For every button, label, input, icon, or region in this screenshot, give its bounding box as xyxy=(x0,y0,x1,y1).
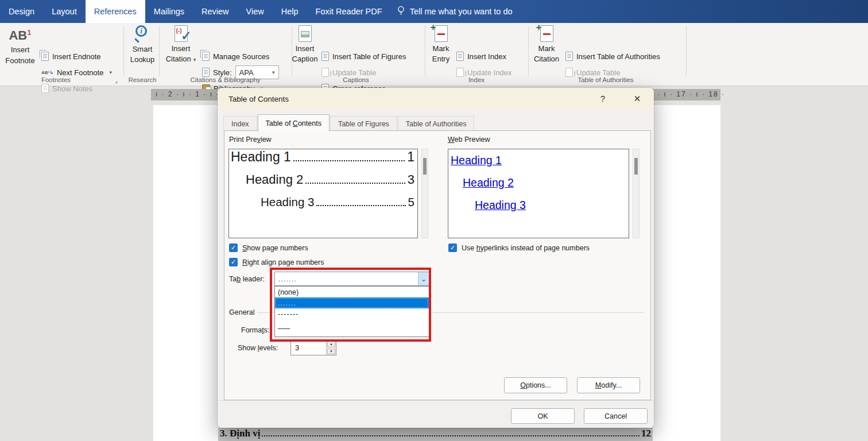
web-preview-scrollbar[interactable] xyxy=(633,149,640,238)
insert-table-of-figures-button[interactable]: Insert Table of Figures xyxy=(321,48,406,64)
toc-leader-dots xyxy=(262,435,640,436)
style-icon xyxy=(202,68,210,77)
web-preview-entry: Heading 3 xyxy=(448,194,629,216)
research-group-label: Research xyxy=(126,76,159,84)
tab-foxit-reader-pdf[interactable]: Foxit Reader PDF xyxy=(307,0,391,23)
insert-table-of-figures-icon xyxy=(321,52,329,61)
insert-citation-button[interactable]: (-) ✓ InsertCitation▾ xyxy=(162,25,199,64)
word-window: Design Layout References Mailings Review… xyxy=(0,0,868,441)
tab-leader-option-dots[interactable]: ....... xyxy=(275,297,429,308)
print-preview-box: Heading 11 Heading 23 Heading 35 xyxy=(228,149,418,238)
tab-design[interactable]: Design xyxy=(0,0,43,23)
manage-sources-icon xyxy=(202,52,210,61)
next-footnote-icon: AB¹↳ xyxy=(41,70,53,75)
insert-footnote-button[interactable]: AB1 InsertFootnote xyxy=(1,25,39,66)
combobox-dropdown-button[interactable]: ⌄ xyxy=(418,272,429,285)
ok-button[interactable]: OK xyxy=(511,408,575,424)
citations-group-label: Citations & Bibliography xyxy=(172,76,278,84)
dialog-title-bar[interactable]: Table of Contents xyxy=(218,88,654,110)
dialog-tab-page: Print Preview Heading 11 Heading 23 Head… xyxy=(224,130,651,400)
options-button[interactable]: Options... xyxy=(504,377,567,393)
scrollbar-thumb[interactable] xyxy=(634,158,638,175)
tab-help[interactable]: Help xyxy=(273,0,307,23)
dialog-help-button[interactable]: ? xyxy=(594,94,611,103)
show-page-numbers-row: ✓ Show page numbers xyxy=(229,243,308,252)
insert-index-button[interactable]: Insert Index xyxy=(456,48,512,64)
chevron-down-icon: ⌄ xyxy=(421,275,427,283)
ruler-left-marks: ı · 2 · ı · 1 · ı · xyxy=(156,90,219,98)
mark-citation-button[interactable]: + MarkCitation xyxy=(530,25,563,64)
footnote-ab1-icon: AB1 xyxy=(9,25,31,43)
insert-endnote-icon xyxy=(41,52,49,61)
dialog-tab-table-of-figures[interactable]: Table of Figures xyxy=(330,116,397,131)
insert-citation-icon: (-) ✓ xyxy=(175,25,188,42)
manage-sources-button[interactable]: Manage Sources xyxy=(202,48,279,64)
tab-layout[interactable]: Layout xyxy=(43,0,86,23)
use-hyperlinks-row: ✓ Use hyperlinks instead of page numbers xyxy=(448,243,590,252)
group-separator xyxy=(425,26,425,76)
group-separator xyxy=(159,26,160,76)
dialog-tab-table-of-authorities[interactable]: Table of Authorities xyxy=(398,116,475,131)
dialog-tab-table-of-contents[interactable]: Table of Contents xyxy=(258,114,330,131)
web-preview-entry: Heading 1 xyxy=(448,149,629,172)
insert-endnote-button[interactable]: Insert Endnote xyxy=(41,48,112,64)
smart-lookup-button[interactable]: i SmartLookup xyxy=(126,25,159,65)
tell-me-box[interactable]: Tell me what you want to do xyxy=(391,0,518,23)
tab-leader-option-dashes[interactable]: ------- xyxy=(275,308,429,319)
web-preview-entry: Heading 2 xyxy=(448,172,629,194)
right-align-row: ✓ Right align page numbers xyxy=(229,258,324,266)
right-align-label: Right align page numbers xyxy=(242,258,324,266)
update-index-icon xyxy=(456,68,464,77)
insert-table-of-authorities-icon xyxy=(565,52,573,61)
print-preview-scrollbar[interactable] xyxy=(421,149,428,238)
print-preview-entry: Heading 11 xyxy=(229,149,417,172)
insert-caption-button[interactable]: InsertCaption xyxy=(290,25,319,64)
general-group-label: General xyxy=(229,308,254,316)
tab-leader-option-none[interactable]: (none) xyxy=(275,287,429,297)
modify-button[interactable]: Modify... xyxy=(577,377,640,393)
print-preview-label: Print Preview xyxy=(229,136,272,144)
captions-group-label: Captions xyxy=(321,76,390,84)
document-toc-entry[interactable]: 3. Định vị 12 xyxy=(218,428,653,441)
tab-review[interactable]: Review xyxy=(193,0,238,23)
spinner-down-button[interactable]: ▼ xyxy=(327,349,335,355)
tab-leader-option-underscore[interactable]: ___ xyxy=(275,319,429,330)
dialog-close-button[interactable]: ✕ xyxy=(629,94,646,104)
group-separator xyxy=(123,26,124,76)
show-page-numbers-checkbox[interactable]: ✓ xyxy=(229,243,238,252)
mark-entry-button[interactable]: + MarkEntry xyxy=(427,25,455,64)
footnotes-dialog-launcher[interactable]: ⌟ xyxy=(115,77,118,84)
scrollbar-thumb[interactable] xyxy=(423,158,427,175)
toc-entry-page: 12 xyxy=(641,428,651,439)
show-levels-input[interactable]: 3 xyxy=(291,341,326,355)
right-align-checkbox[interactable]: ✓ xyxy=(229,258,238,266)
tab-view[interactable]: View xyxy=(238,0,273,23)
use-hyperlinks-checkbox[interactable]: ✓ xyxy=(448,243,457,252)
tab-leader-value: ....... xyxy=(275,272,418,285)
show-levels-spinner: 3 ▲ ▼ xyxy=(290,340,336,355)
print-preview-entry: Heading 35 xyxy=(229,195,417,218)
print-preview-entry: Heading 23 xyxy=(229,172,417,195)
ruler-right-marks: · ı · 17 · ı · 18 · xyxy=(657,90,725,98)
tab-mailings[interactable]: Mailings xyxy=(145,0,193,23)
tab-leader-label: Tab leader: xyxy=(229,275,265,283)
lightbulb-icon xyxy=(397,6,405,17)
smart-lookup-icon: i xyxy=(134,25,151,42)
index-group-label: Index xyxy=(448,76,505,84)
web-preview-box: Heading 1 Heading 2 Heading 3 xyxy=(448,149,629,238)
show-levels-label: Show levels: xyxy=(238,344,278,352)
web-preview-label: Web Preview xyxy=(448,136,490,144)
tab-leader-combobox[interactable]: ....... ⌄ xyxy=(274,272,429,286)
use-hyperlinks-label: Use hyperlinks instead of page numbers xyxy=(462,244,590,252)
dialog-footer: OK Cancel xyxy=(218,400,654,428)
dialog-tab-index[interactable]: Index xyxy=(223,116,257,131)
spinner-up-button[interactable]: ▲ xyxy=(327,341,335,347)
insert-table-of-authorities-button[interactable]: Insert Table of Authorities xyxy=(565,48,660,64)
table-of-contents-dialog: Table of Contents ? ✕ Index Table of Con… xyxy=(218,88,654,428)
ribbon: AB1 InsertFootnote Insert Endnote AB¹↳ N… xyxy=(0,23,868,86)
dropdown-caret-icon: ▾ xyxy=(110,69,113,75)
update-table-authorities-icon xyxy=(565,68,573,77)
dialog-tab-strip: Index Table of Contents Table of Figures… xyxy=(223,114,475,131)
tab-references[interactable]: References xyxy=(86,0,145,23)
cancel-button[interactable]: Cancel xyxy=(584,408,648,424)
